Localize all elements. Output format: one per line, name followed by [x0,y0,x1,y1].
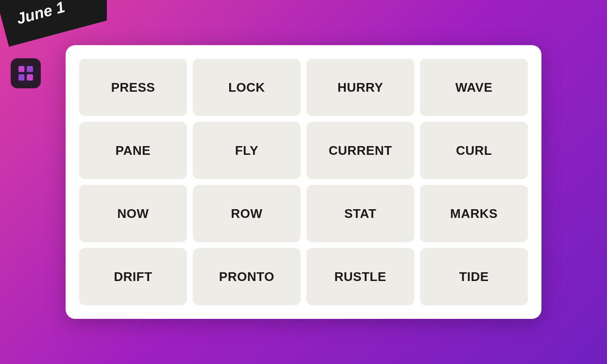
word-label: CURL [456,143,492,158]
app-icon [11,58,41,88]
word-label: PRONTO [219,269,274,284]
word-grid: PRESSLOCKHURRYWAVEPANEFLYCURRENTCURLNOWR… [79,59,528,305]
word-label: CURRENT [329,143,392,158]
word-cell[interactable]: WAVE [420,59,528,116]
word-cell[interactable]: CURL [420,122,528,179]
word-cell[interactable]: NOW [79,185,187,242]
word-label: RUSTLE [335,269,387,284]
word-label: PANE [116,143,151,158]
word-cell[interactable]: PRONTO [193,248,301,305]
word-cell[interactable]: STAT [306,185,414,242]
svg-rect-2 [27,66,33,72]
svg-rect-3 [18,74,25,81]
word-cell[interactable]: LOCK [193,59,301,116]
word-label: DRIFT [114,269,152,284]
word-label: MARKS [450,206,498,221]
word-cell[interactable]: PRESS [79,59,187,116]
word-label: FLY [235,143,258,158]
word-cell[interactable]: CURRENT [306,122,414,179]
word-cell[interactable]: RUSTLE [306,248,414,305]
word-cell[interactable]: PANE [79,122,187,179]
word-label: PRESS [111,80,155,95]
word-cell[interactable]: HURRY [306,59,414,116]
word-cell[interactable]: TIDE [420,248,528,305]
svg-rect-4 [27,74,33,81]
word-label: ROW [231,206,262,221]
word-label: TIDE [459,269,489,284]
corner-banner: June 1 [0,0,107,49]
word-label: STAT [344,206,376,221]
word-cell[interactable]: ROW [193,185,301,242]
word-label: LOCK [228,80,265,95]
word-label: HURRY [337,80,383,95]
word-cell[interactable]: MARKS [420,185,528,242]
word-label: NOW [117,206,149,221]
word-cell[interactable]: FLY [193,122,301,179]
svg-rect-1 [18,66,25,72]
main-card: PRESSLOCKHURRYWAVEPANEFLYCURRENTCURLNOWR… [66,45,541,319]
word-cell[interactable]: DRIFT [79,248,187,305]
word-label: WAVE [455,80,493,95]
